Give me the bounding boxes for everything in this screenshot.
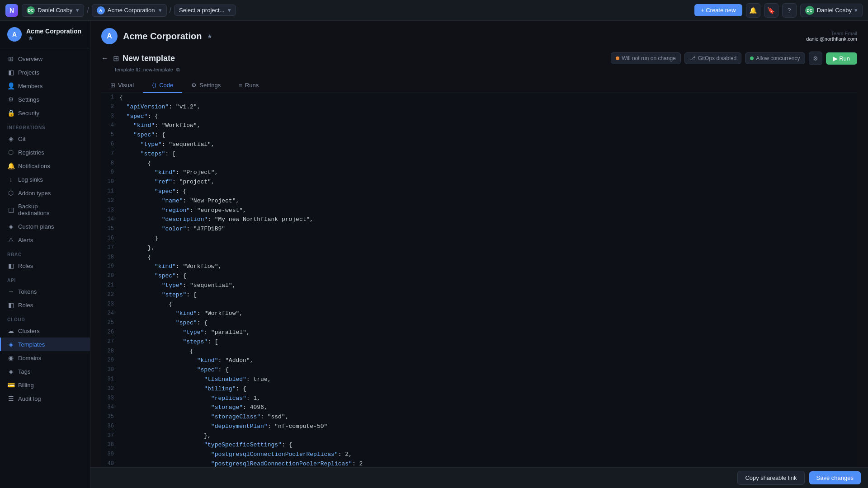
- line-number: 6: [101, 140, 119, 150]
- nav-user-breadcrumb[interactable]: DC Daniel Cosby ▾: [22, 4, 84, 17]
- copy-link-label: Copy shareable link: [745, 474, 797, 481]
- sidebar-label-api-roles: Roles: [18, 302, 33, 309]
- back-button[interactable]: ←: [101, 54, 108, 62]
- code-line: 34 "storage": 4096,: [101, 403, 857, 413]
- sidebar-item-git[interactable]: ◈ Git: [0, 132, 90, 145]
- sidebar-item-clusters[interactable]: ☁ Clusters: [0, 324, 90, 338]
- registries-icon: ⬡: [7, 149, 14, 156]
- rbac-section-label: RBAC: [0, 247, 90, 259]
- roles-icon: ◧: [7, 262, 14, 269]
- code-line: 7 "steps": [: [101, 150, 857, 159]
- bookmarks-icon-btn[interactable]: 🔖: [764, 3, 778, 18]
- line-content: {: [119, 347, 857, 357]
- user-name-label: Daniel Cosby: [817, 7, 852, 14]
- sidebar-item-alerts[interactable]: ⚠ Alerts: [0, 233, 90, 247]
- sidebar-item-addon-types[interactable]: ⬡ Addon types: [0, 186, 90, 200]
- chevron-down-icon: ▾: [76, 7, 79, 14]
- line-content: "kind": "Project",: [119, 168, 857, 178]
- tab-runs[interactable]: ≡ Runs: [230, 78, 268, 93]
- line-content: "color": "#7FD1B9": [119, 225, 857, 234]
- code-line: 33 "replicas": 1,: [101, 394, 857, 404]
- line-content: "storage": 4096,: [119, 403, 857, 413]
- tab-visual[interactable]: ⊞ Visual: [101, 78, 143, 93]
- sidebar-item-settings[interactable]: ⚙ Settings: [0, 93, 90, 106]
- concurrency-badge[interactable]: Allow concurrency: [745, 52, 805, 64]
- code-editor[interactable]: 1{2 "apiVersion": "v1.2",3 "spec": {4 "k…: [101, 93, 857, 467]
- run-on-change-badge[interactable]: Will not run on change: [611, 52, 680, 64]
- code-line: 32 "billing": {: [101, 385, 857, 394]
- sidebar-item-roles[interactable]: ◧ Roles: [0, 259, 90, 272]
- nav-project-breadcrumb[interactable]: Select a project... ▾: [174, 5, 236, 16]
- sidebar-item-log-sinks[interactable]: ↓ Log sinks: [0, 173, 90, 186]
- template-id-value: new-template: [143, 67, 173, 72]
- line-content: },: [119, 432, 857, 441]
- addon-types-icon: ⬡: [7, 189, 14, 197]
- gitops-badge[interactable]: ⎇ GitOps disabled: [684, 52, 741, 64]
- code-line: 29 "kind": "Addon",: [101, 356, 857, 366]
- line-content: "kind": "Workflow",: [119, 121, 857, 131]
- copy-id-icon[interactable]: ⧉: [176, 67, 180, 72]
- log-sinks-icon: ↓: [7, 176, 14, 183]
- line-number: 30: [101, 366, 119, 375]
- sidebar-item-registries[interactable]: ⬡ Registries: [0, 145, 90, 159]
- notifications-icon-btn[interactable]: 🔔: [746, 3, 760, 18]
- sidebar-label-audit-log: Audit log: [18, 395, 41, 402]
- line-number: 34: [101, 403, 119, 413]
- gitops-label: GitOps disabled: [698, 55, 736, 61]
- run-button[interactable]: ▶ Run: [826, 52, 857, 65]
- bottom-bar: Copy shareable link Save changes: [90, 467, 868, 488]
- tab-code[interactable]: ⟨⟩ Code: [143, 78, 182, 93]
- nav-right: + Create new 🔔 🔖 ? DC Daniel Cosby ▾: [694, 3, 863, 18]
- nav-project-label: Select a project...: [179, 7, 224, 14]
- line-number: 39: [101, 450, 119, 460]
- org-banner-star-icon[interactable]: ★: [207, 33, 212, 40]
- code-line: 10 "ref": "project",: [101, 178, 857, 187]
- template-id-label: Template ID:: [114, 67, 142, 72]
- org-name-text: Acme Corporation: [26, 28, 81, 35]
- org-star-icon[interactable]: ★: [28, 35, 33, 42]
- sidebar-item-domains[interactable]: ◉ Domains: [0, 351, 90, 365]
- sidebar-label-roles: Roles: [18, 263, 33, 269]
- create-new-button[interactable]: + Create new: [694, 4, 742, 16]
- sidebar-item-audit-log[interactable]: ☰ Audit log: [0, 392, 90, 405]
- concurrency-label: Allow concurrency: [756, 55, 800, 61]
- line-content: {: [119, 300, 857, 310]
- sidebar-item-overview[interactable]: ⊞ Overview: [0, 52, 90, 66]
- line-number: 33: [101, 394, 119, 404]
- line-number: 8: [101, 159, 119, 169]
- line-content: "apiVersion": "v1.2",: [119, 103, 857, 112]
- tab-settings-icon: ⚙: [191, 82, 197, 89]
- org-banner-avatar: A: [101, 28, 118, 44]
- sidebar-item-tags[interactable]: ◈ Tags: [0, 365, 90, 378]
- sidebar-item-tokens[interactable]: → Tokens: [0, 285, 90, 298]
- sidebar-item-notifications[interactable]: 🔔 Notifications: [0, 159, 90, 173]
- code-line: 37 },: [101, 432, 857, 441]
- line-content: "kind": "Workflow",: [119, 309, 857, 319]
- code-line: 8 {: [101, 159, 857, 169]
- sidebar-item-templates[interactable]: ◈ Templates: [0, 338, 90, 351]
- sidebar-label-overview: Overview: [18, 56, 42, 62]
- nav-org-breadcrumb[interactable]: A Acme Corporation ▾: [92, 4, 167, 17]
- sidebar-label-members: Members: [18, 83, 42, 89]
- sidebar-item-projects[interactable]: ◧ Projects: [0, 66, 90, 79]
- template-settings-icon-btn[interactable]: ⚙: [809, 52, 822, 65]
- copy-shareable-link-button[interactable]: Copy shareable link: [737, 471, 804, 485]
- code-line: 5 "spec": {: [101, 131, 857, 140]
- line-number: 31: [101, 375, 119, 385]
- line-content: "spec": {: [119, 112, 857, 122]
- sidebar-item-members[interactable]: 👤 Members: [0, 79, 90, 93]
- sidebar-item-custom-plans[interactable]: ◈ Custom plans: [0, 220, 90, 233]
- save-changes-button[interactable]: Save changes: [809, 471, 861, 484]
- sidebar-item-backup[interactable]: ◫ Backupdestinations: [0, 200, 90, 220]
- tab-settings[interactable]: ⚙ Settings: [182, 78, 230, 93]
- line-number: 4: [101, 121, 119, 131]
- sidebar-item-billing[interactable]: 💳 Billing: [0, 378, 90, 392]
- sidebar-item-api-roles[interactable]: ◧ Roles: [0, 298, 90, 312]
- tab-settings-label: Settings: [199, 82, 221, 89]
- user-menu-button[interactable]: DC Daniel Cosby ▾: [800, 4, 863, 17]
- clusters-icon: ☁: [7, 327, 14, 334]
- help-icon-btn[interactable]: ?: [782, 3, 797, 18]
- sidebar-item-security[interactable]: 🔒 Security: [0, 106, 90, 120]
- user-avatar-small: DC: [27, 6, 35, 14]
- template-header: ← ⊞ New template Will not run on change …: [101, 52, 857, 65]
